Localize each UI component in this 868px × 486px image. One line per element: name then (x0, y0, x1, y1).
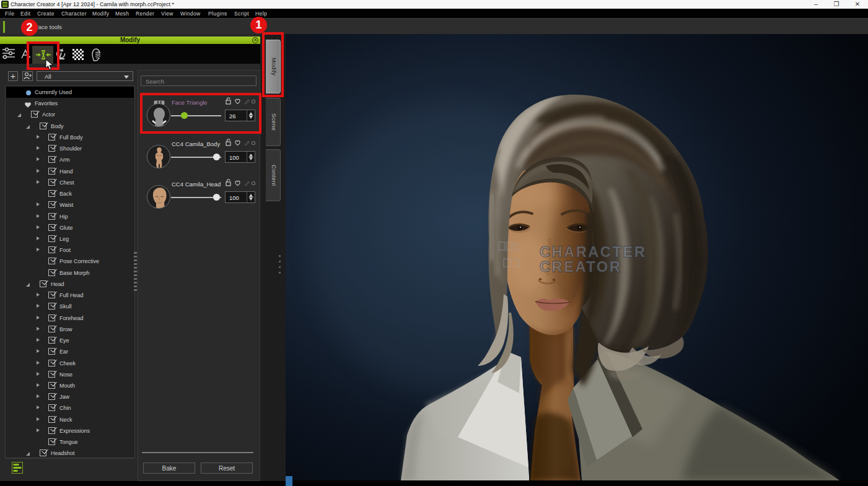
svg-text:CHARACTER: CHARACTER (540, 244, 646, 260)
svg-text:CREATOR: CREATOR (540, 259, 621, 275)
